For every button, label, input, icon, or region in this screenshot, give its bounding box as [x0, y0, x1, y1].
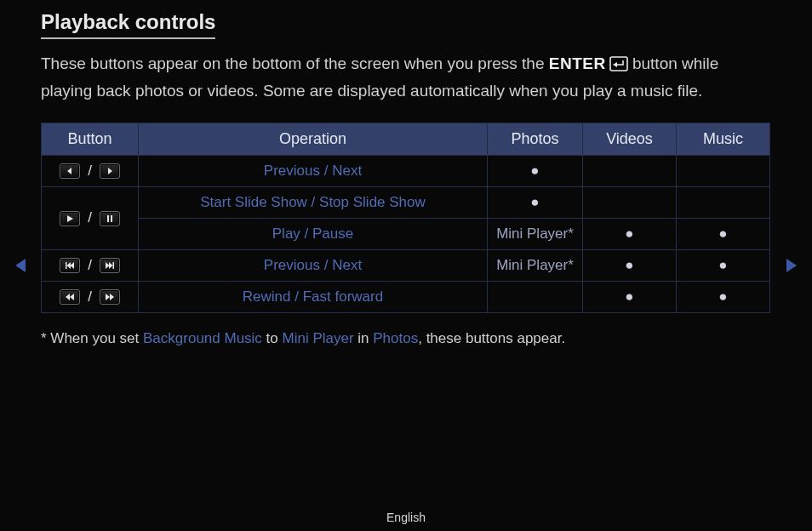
play-icon	[60, 211, 80, 226]
table-row: / Previous / Next ●	[42, 155, 770, 186]
svg-rect-8	[111, 215, 112, 222]
cell-music: ●	[677, 218, 770, 249]
col-music: Music	[677, 123, 770, 155]
svg-marker-18	[110, 294, 114, 300]
cell-videos	[583, 155, 677, 186]
button-cell: /	[42, 186, 139, 249]
cell-photos	[488, 281, 583, 312]
operation-link[interactable]: Play / Pause	[272, 226, 353, 242]
table-row: / Start Slide Show / Stop Slide Show ●	[42, 186, 770, 218]
cell-music: ●	[677, 249, 770, 281]
col-operation: Operation	[139, 123, 488, 155]
pause-icon	[100, 211, 120, 226]
footnote-t2: to	[262, 330, 283, 346]
table-row: / Rewind / Fast forward ● ●	[42, 281, 770, 312]
button-cell: /	[42, 281, 139, 312]
svg-marker-10	[67, 262, 71, 269]
svg-marker-5	[108, 168, 112, 174]
separator: /	[84, 257, 95, 273]
footnote-t4: , these buttons appear.	[418, 330, 565, 346]
svg-rect-7	[107, 215, 109, 222]
page-next-button[interactable]	[783, 257, 798, 278]
operation-link[interactable]: Start Slide Show / Stop Slide Show	[200, 194, 426, 210]
col-videos: Videos	[583, 123, 677, 155]
intro-text: These buttons appear on the bottom of th…	[41, 51, 756, 104]
svg-marker-16	[70, 294, 74, 300]
triangle-right-icon	[783, 257, 798, 274]
cell-music	[677, 155, 770, 186]
step-left-icon	[60, 163, 80, 179]
page: Playback controls These buttons appear o…	[0, 0, 812, 531]
footnote-t1: * When you set	[41, 330, 143, 346]
svg-marker-6	[67, 215, 73, 222]
footnote-link-miniplayer[interactable]: Mini Player	[282, 330, 353, 346]
footnote-link-photos[interactable]: Photos	[373, 330, 418, 346]
operation-link[interactable]: Previous / Next	[264, 257, 362, 273]
svg-marker-0	[15, 259, 26, 272]
step-right-icon	[100, 163, 120, 179]
enter-label: ENTER	[549, 54, 606, 72]
cell-music: ●	[677, 281, 770, 312]
button-cell: /	[42, 249, 139, 281]
svg-marker-17	[106, 294, 110, 300]
svg-marker-3	[613, 62, 617, 67]
separator: /	[84, 209, 95, 226]
button-cell: /	[42, 155, 139, 186]
skip-next-icon	[100, 258, 120, 273]
cell-photos: Mini Player*	[488, 218, 583, 249]
svg-rect-2	[610, 57, 627, 71]
footnote: * When you set Background Music to Mini …	[41, 330, 771, 347]
language-label: English	[0, 511, 812, 524]
enter-icon	[609, 54, 628, 78]
svg-marker-12	[106, 262, 110, 269]
separator: /	[84, 163, 95, 179]
col-photos: Photos	[488, 123, 583, 155]
svg-marker-11	[71, 262, 75, 269]
rewind-icon	[60, 289, 80, 305]
cell-photos: ●	[488, 186, 583, 218]
svg-rect-9	[66, 262, 67, 269]
footnote-link-bgmusic[interactable]: Background Music	[143, 330, 262, 346]
page-title: Playback controls	[41, 10, 215, 39]
cell-videos: ●	[583, 218, 677, 249]
col-button: Button	[42, 123, 139, 155]
separator: /	[84, 288, 95, 305]
operation-link[interactable]: Rewind / Fast forward	[243, 288, 383, 305]
table-row: / Previous / Next Mini Player* ● ●	[42, 249, 770, 281]
cell-videos	[583, 186, 677, 218]
cell-photos: ●	[488, 155, 583, 186]
svg-marker-4	[67, 168, 71, 174]
svg-marker-1	[786, 259, 797, 272]
cell-videos: ●	[583, 281, 677, 312]
table-header-row: Button Operation Photos Videos Music	[42, 123, 770, 155]
operation-link[interactable]: Previous / Next	[264, 163, 362, 179]
fast-forward-icon	[100, 289, 120, 305]
svg-marker-13	[109, 262, 113, 269]
cell-videos: ●	[583, 249, 677, 281]
page-prev-button[interactable]	[14, 257, 29, 278]
table-row: Play / Pause Mini Player* ● ●	[42, 218, 770, 249]
svg-marker-15	[66, 294, 70, 300]
controls-table: Button Operation Photos Videos Music /	[41, 123, 770, 313]
skip-prev-icon	[60, 258, 80, 273]
footnote-t3: in	[354, 330, 374, 346]
intro-before: These buttons appear on the bottom of th…	[41, 54, 549, 72]
cell-music	[677, 186, 770, 218]
svg-rect-14	[112, 262, 114, 269]
triangle-left-icon	[14, 257, 29, 274]
cell-photos: Mini Player*	[488, 249, 583, 281]
